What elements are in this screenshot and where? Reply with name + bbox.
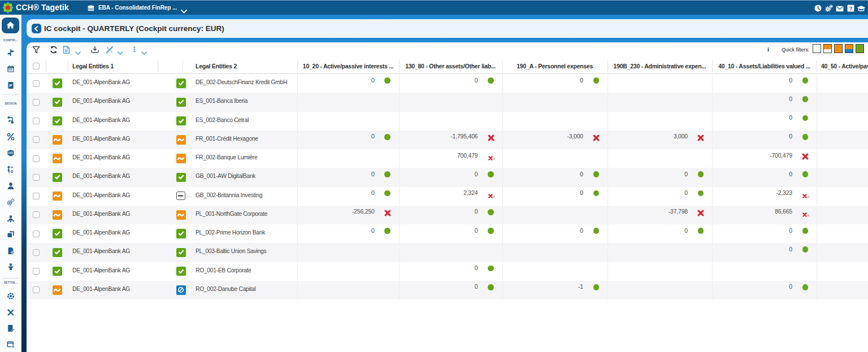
svg-text:P: P <box>9 83 12 88</box>
svg-text:0: 0 <box>11 169 13 173</box>
svg-text:?: ? <box>849 5 853 11</box>
